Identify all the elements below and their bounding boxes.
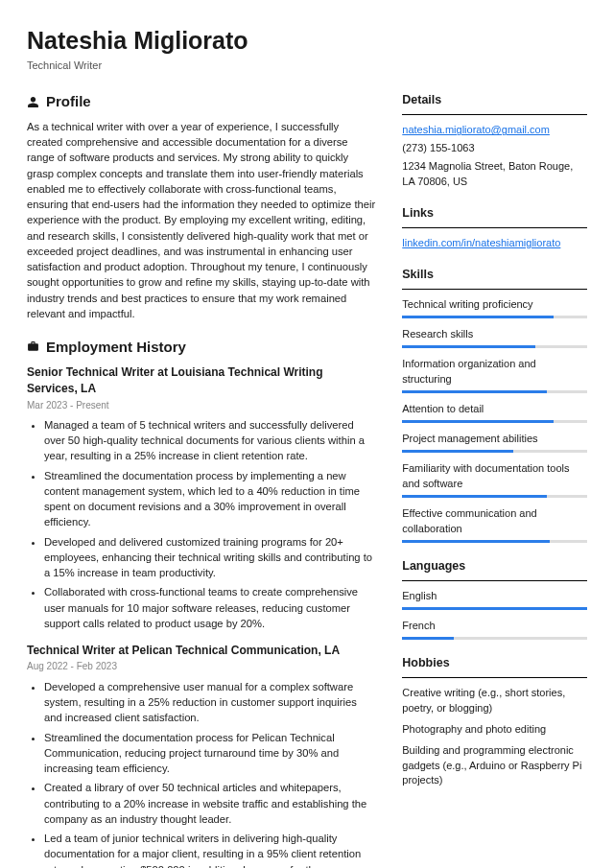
hobbies-block: Hobbies Creative writing (e.g., short st… bbox=[402, 654, 587, 789]
skill-item: Attention to detail bbox=[402, 402, 587, 423]
links-block: Links linkedin.com/in/nateshiamigliorato bbox=[402, 204, 587, 251]
details-block: Details nateshia.migliorato@gmail.com (2… bbox=[402, 91, 587, 190]
bullet: Developed a comprehensive user manual fo… bbox=[44, 679, 375, 726]
skills-heading: Skills bbox=[402, 266, 587, 283]
links-heading: Links bbox=[402, 204, 587, 222]
side-column: Details nateshia.migliorato@gmail.com (2… bbox=[402, 91, 587, 868]
languages-block: Languages English French bbox=[402, 557, 587, 640]
phone: (273) 155-1063 bbox=[402, 141, 587, 156]
job-entry: Senior Technical Writer at Louisiana Tec… bbox=[27, 364, 375, 631]
skill-bar bbox=[402, 495, 587, 498]
job-title: Senior Technical Writer at Louisiana Tec… bbox=[27, 364, 375, 398]
skill-fill bbox=[402, 420, 554, 423]
bullet: Developed and delivered customized train… bbox=[44, 534, 375, 581]
profile-text: As a technical writer with over a year o… bbox=[27, 119, 375, 321]
skill-item: Effective communication and collaboratio… bbox=[402, 506, 587, 543]
bullet: Managed a team of 5 technical writers an… bbox=[44, 417, 375, 464]
skill-item: Research skills bbox=[402, 327, 587, 348]
language-bar bbox=[402, 637, 587, 640]
skill-bar bbox=[402, 345, 587, 348]
language-name: English bbox=[402, 589, 587, 604]
skill-bar bbox=[402, 540, 587, 543]
bullet: Led a team of junior technical writers i… bbox=[44, 831, 375, 868]
skill-fill bbox=[402, 390, 546, 393]
job-dates: Mar 2023 - Present bbox=[27, 399, 375, 413]
skill-bar bbox=[402, 390, 587, 393]
skill-name: Information organization and structuring bbox=[402, 357, 587, 387]
details-heading: Details bbox=[402, 91, 587, 108]
employment-section: Employment History Senior Technical Writ… bbox=[27, 337, 375, 868]
skill-bar bbox=[402, 420, 587, 423]
bullet: Collaborated with cross-functional teams… bbox=[44, 584, 375, 631]
skill-fill bbox=[402, 450, 513, 453]
job-dates: Aug 2022 - Feb 2023 bbox=[27, 660, 375, 674]
address: 1234 Magnolia Street, Baton Rouge, LA 70… bbox=[402, 159, 587, 190]
skill-fill bbox=[402, 540, 550, 543]
skill-bar bbox=[402, 450, 587, 453]
skill-name: Technical writing proficiency bbox=[402, 297, 587, 313]
language-item: French bbox=[402, 619, 587, 640]
skill-item: Project management abilities bbox=[402, 432, 587, 453]
hobby-item: Photography and photo editing bbox=[402, 722, 587, 738]
linkedin-link[interactable]: linkedin.com/in/nateshiamigliorato bbox=[402, 237, 560, 248]
job-title: Technical Writer at Pelican Technical Co… bbox=[27, 643, 375, 659]
person-role: Technical Writer bbox=[27, 59, 587, 74]
skill-item: Familiarity with documentation tools and… bbox=[402, 461, 587, 498]
bullet: Streamlined the documentation process by… bbox=[44, 468, 375, 530]
hobby-item: Building and programming electronic gadg… bbox=[402, 743, 587, 789]
hobby-item: Creative writing (e.g., short stories, p… bbox=[402, 686, 587, 716]
resume-body: Profile As a technical writer with over … bbox=[27, 91, 587, 868]
resume-header: Nateshia Migliorato Technical Writer bbox=[27, 23, 587, 74]
divider bbox=[402, 114, 587, 115]
divider bbox=[402, 289, 587, 290]
bullet: Streamlined the documentation process fo… bbox=[44, 730, 375, 777]
briefcase-icon bbox=[27, 340, 39, 353]
skill-fill bbox=[402, 316, 554, 318]
profile-section: Profile As a technical writer with over … bbox=[27, 91, 375, 321]
job-entry: Technical Writer at Pelican Technical Co… bbox=[27, 643, 375, 868]
employment-heading: Employment History bbox=[46, 337, 186, 358]
person-icon bbox=[27, 96, 39, 108]
skill-item: Information organization and structuring bbox=[402, 357, 587, 393]
skill-name: Project management abilities bbox=[402, 432, 587, 447]
skill-bar bbox=[402, 316, 587, 318]
language-item: English bbox=[402, 589, 587, 610]
divider bbox=[402, 227, 587, 228]
skills-block: Skills Technical writing proficiency Res… bbox=[402, 266, 587, 543]
job-bullets: Developed a comprehensive user manual fo… bbox=[27, 679, 375, 868]
language-name: French bbox=[402, 619, 587, 634]
skill-name: Familiarity with documentation tools and… bbox=[402, 461, 587, 492]
divider bbox=[402, 677, 587, 678]
skill-name: Effective communication and collaboratio… bbox=[402, 506, 587, 537]
languages-heading: Languages bbox=[402, 557, 587, 575]
email-link[interactable]: nateshia.migliorato@gmail.com bbox=[402, 124, 550, 135]
skill-item: Technical writing proficiency bbox=[402, 297, 587, 318]
language-bar bbox=[402, 607, 587, 610]
hobbies-heading: Hobbies bbox=[402, 654, 587, 671]
language-fill bbox=[402, 637, 454, 640]
divider bbox=[402, 580, 587, 581]
profile-heading: Profile bbox=[46, 91, 91, 112]
skill-fill bbox=[402, 495, 546, 498]
main-column: Profile As a technical writer with over … bbox=[27, 91, 375, 868]
bullet: Created a library of over 50 technical a… bbox=[44, 780, 375, 827]
language-fill bbox=[402, 607, 587, 610]
skill-fill bbox=[402, 345, 535, 348]
job-bullets: Managed a team of 5 technical writers an… bbox=[27, 417, 375, 631]
person-name: Nateshia Migliorato bbox=[27, 23, 587, 58]
skill-name: Attention to detail bbox=[402, 402, 587, 417]
skill-name: Research skills bbox=[402, 327, 587, 342]
